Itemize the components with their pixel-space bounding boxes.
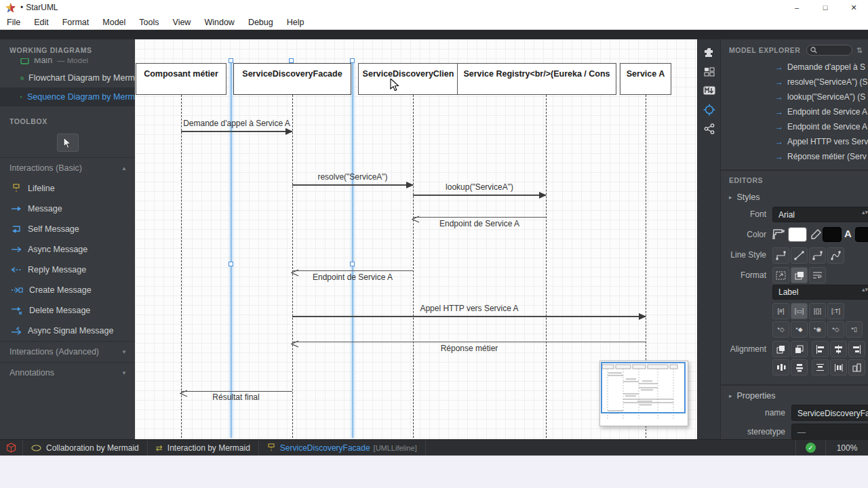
lifeline-head-service-registry[interactable]: Service Registry<br/>(Eureka / Cons (457, 63, 616, 95)
maximize-button[interactable]: □ (811, 0, 840, 15)
message-arrow[interactable] (413, 217, 546, 218)
format-word-wrap-button[interactable] (809, 267, 826, 283)
lifeline-composant-metier[interactable] (181, 95, 182, 438)
lifeline-servicediscoveryclient[interactable] (413, 95, 414, 438)
breadcrumb-collaboration[interactable]: Collaboration by Mermaid (23, 440, 147, 456)
stereotype-input[interactable]: — (791, 424, 868, 439)
menu-model[interactable]: Model (96, 18, 132, 27)
tree-item-message[interactable]: →Demande d'appel à S (721, 60, 868, 75)
lifeline-servicediscoveryfacade[interactable] (292, 95, 293, 438)
menu-tools[interactable]: Tools (132, 18, 165, 27)
space-equally-vertical-button[interactable] (830, 359, 847, 375)
font-color-icon[interactable]: A (844, 228, 852, 239)
send-to-back-button[interactable] (791, 341, 808, 357)
menu-view[interactable]: View (166, 18, 198, 27)
message-label[interactable]: Résultat final (175, 392, 297, 402)
lifeline-head-servicediscoveryfacade[interactable]: ServiceDiscoveryFacade (233, 63, 351, 95)
font-color-swatch[interactable] (855, 227, 868, 242)
message-arrow[interactable] (292, 184, 413, 186)
sort-icon[interactable]: ⇅ (856, 46, 863, 55)
format-auto-resize-button[interactable] (772, 267, 789, 283)
layout-button[interactable] (698, 62, 721, 81)
tool-delete-message[interactable]: Delete Message (0, 300, 135, 321)
selection-handle[interactable] (289, 58, 294, 63)
bring-to-front-button[interactable] (772, 341, 789, 357)
fill-color-swatch[interactable] (788, 227, 807, 242)
lifeline-head-composant-metier[interactable]: Composant métier (136, 63, 226, 95)
tree-item-message[interactable]: →Endpoint de Service A (721, 119, 868, 134)
toolbox-section-annotations[interactable]: Annotations ▼ (0, 362, 135, 383)
message-arrow[interactable] (181, 391, 292, 392)
line-style-rectilinear-button[interactable] (772, 247, 789, 264)
diagram-item-main[interactable]: Main — Model (0, 58, 135, 68)
selection-handle[interactable] (350, 262, 355, 266)
tree-item-message[interactable]: →Endpoint de Service A (721, 104, 868, 119)
match-size-button[interactable] (848, 359, 865, 375)
label-select[interactable]: Label▴▾ (772, 285, 868, 300)
fill-color-icon[interactable] (772, 228, 785, 241)
tool-reply-message[interactable]: Reply Message (0, 260, 135, 280)
diagram-item-sequence[interactable]: Sequence Diagram by Merm (0, 87, 135, 106)
line-color-icon[interactable] (811, 229, 821, 239)
message-arrow[interactable] (292, 316, 646, 317)
message-label[interactable]: resolve("ServiceA") (292, 172, 414, 182)
breadcrumb-lifeline[interactable]: ServiceDiscoveryFacade [UMLLifeline] (259, 440, 425, 456)
tool-async-message[interactable]: Async Message (0, 239, 135, 260)
close-button[interactable]: ✕ (840, 0, 868, 15)
toolbox-section-interactions-basic[interactable]: Interactions (Basic) ▲ (0, 157, 135, 178)
message-label[interactable]: Demande d'appel à Service A (176, 119, 298, 128)
line-color-swatch[interactable] (823, 227, 842, 242)
line-style-curve-button[interactable] (827, 247, 844, 264)
name-input[interactable]: ServiceDiscoveryFac (791, 405, 868, 421)
tree-item-message[interactable]: →lookup("ServiceA") (S (721, 89, 868, 104)
lifeline-service-registry[interactable] (546, 95, 547, 438)
stereotype-icon-button[interactable]: *◇ (827, 321, 844, 338)
show-namespace-button[interactable]: [▭] (791, 303, 808, 319)
breadcrumb-interaction[interactable]: ⇄ Interaction by Mermaid (148, 440, 258, 456)
font-select[interactable]: Arial▴▾ (772, 207, 868, 222)
styles-section-header[interactable]: ▸ Styles (721, 187, 868, 205)
stereotype-none-button[interactable]: *◇ (772, 321, 789, 338)
distribute-horizontal-button[interactable] (772, 359, 789, 375)
show-property-button[interactable]: [{}] (809, 303, 826, 319)
lifeline-head-servicediscoveryclient[interactable]: ServiceDiscoveryClien (358, 63, 458, 95)
line-style-roundrect-button[interactable] (809, 247, 826, 264)
tree-item-message[interactable]: →Appel HTTP vers Serv (721, 134, 868, 149)
message-arrow[interactable] (181, 131, 292, 132)
tree-item-message[interactable]: →Réponse métier (Serv (721, 149, 868, 164)
toolbox-section-interactions-advanced[interactable]: Interactions (Advanced) ▼ (0, 341, 135, 362)
selection-handle[interactable] (229, 262, 233, 266)
menu-window[interactable]: Window (197, 18, 241, 27)
project-icon[interactable] (6, 443, 16, 453)
selection-handle[interactable] (350, 58, 355, 63)
markdown-button[interactable] (698, 81, 721, 100)
selection-handle[interactable] (229, 58, 233, 63)
model-explorer-search-input[interactable] (806, 45, 852, 56)
lifeline-head-service-a[interactable]: Service A (620, 63, 671, 95)
message-label[interactable]: Réponse métier (368, 344, 571, 353)
minimap-viewport[interactable] (601, 362, 686, 413)
align-center-button[interactable] (830, 341, 847, 357)
message-arrow[interactable] (292, 270, 413, 271)
space-equally-horizontal-button[interactable] (812, 359, 829, 375)
stereotype-label-button[interactable]: *◆ (791, 321, 808, 338)
tool-lifeline[interactable]: Lifeline (0, 178, 135, 199)
minimap[interactable] (599, 361, 688, 426)
tool-create-message[interactable]: Create Message (0, 280, 135, 300)
properties-section-header[interactable]: ▸ Properties (721, 386, 868, 403)
align-left-button[interactable] (812, 341, 829, 357)
align-right-button[interactable] (848, 341, 865, 357)
message-arrow[interactable] (413, 195, 546, 196)
message-label[interactable]: Endpoint de Service A (292, 272, 414, 282)
pointer-tool-button[interactable] (57, 134, 79, 152)
zoom-level[interactable]: 100% (826, 443, 868, 453)
focus-target-button[interactable] (698, 100, 721, 119)
tree-item-message[interactable]: →resolve("ServiceA") (S (721, 75, 868, 89)
menu-help[interactable]: Help (280, 18, 311, 27)
menu-format[interactable]: Format (56, 18, 96, 27)
message-arrow[interactable] (292, 342, 646, 342)
stereotype-decoration-button[interactable]: *◉ (809, 321, 826, 338)
line-style-oblique-button[interactable] (791, 247, 808, 264)
show-visibility-button[interactable]: [#] (772, 303, 789, 319)
share-graph-button[interactable] (698, 119, 721, 138)
